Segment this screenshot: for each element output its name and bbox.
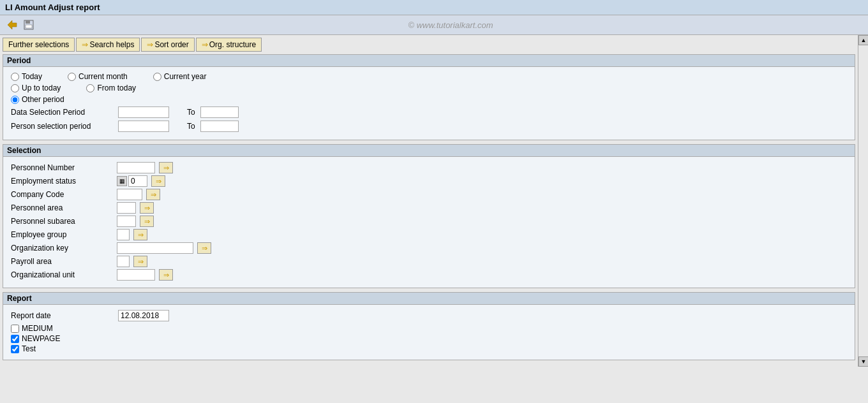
radio-current-month[interactable]: Current month	[68, 72, 128, 81]
svg-rect-3	[26, 25, 32, 28]
data-selection-period-from[interactable]	[118, 106, 169, 118]
svg-rect-2	[26, 20, 30, 24]
payroll-area-row: Payroll area ⇒	[11, 256, 847, 267]
data-selection-to-label: To	[187, 108, 195, 117]
from-today-label: From today	[97, 84, 136, 92]
radio-up-to-today[interactable]: Up to today	[11, 84, 61, 92]
report-content: Report date MEDIUM NEWPAGE Test	[3, 305, 855, 360]
tab-search-helps[interactable]: ⇒ Search helps	[76, 38, 140, 52]
up-to-today-label: Up to today	[22, 84, 61, 92]
page-title: LI Amount Adjust report	[5, 3, 100, 12]
test-label: Test	[22, 344, 36, 353]
organization-key-row: Organization key ⇒	[11, 242, 847, 254]
scroll-up-btn[interactable]: ▲	[858, 35, 868, 45]
company-code-label: Company Code	[11, 190, 113, 199]
employee-group-input[interactable]	[117, 229, 130, 240]
tab-sort-order[interactable]: ⇒ Sort order	[141, 38, 194, 52]
personnel-area-select-btn[interactable]: ⇒	[140, 202, 154, 214]
employee-group-row: Employee group ⇒	[11, 229, 847, 240]
tab-org-structure-label: Org. structure	[209, 40, 256, 49]
test-checkbox[interactable]	[11, 345, 19, 353]
selection-header: Selection	[3, 145, 855, 157]
data-selection-period-label: Data Selection Period	[11, 108, 113, 117]
report-date-input[interactable]	[118, 310, 169, 321]
organizational-unit-label: Organizational unit	[11, 270, 113, 279]
medium-checkbox[interactable]	[11, 325, 19, 333]
other-period-label: Other period	[22, 95, 64, 104]
newpage-checkbox[interactable]	[11, 335, 19, 343]
organization-key-select-btn[interactable]: ⇒	[197, 242, 211, 254]
payroll-area-select-btn[interactable]: ⇒	[133, 256, 147, 267]
company-code-row: Company Code ⇒	[11, 189, 847, 200]
report-date-label: Report date	[11, 311, 113, 320]
person-selection-to-label: To	[187, 122, 195, 131]
period-row-2: Up to today From today	[11, 84, 847, 92]
period-row-1: Today Current month Current year	[11, 72, 847, 81]
personnel-area-row: Personnel area ⇒	[11, 202, 847, 214]
selection-content: Personnel Number ⇒ Employment status ▦ ⇒…	[3, 157, 855, 288]
organization-key-label: Organization key	[11, 244, 113, 253]
scroll-down-btn[interactable]: ▼	[858, 356, 868, 367]
search-helps-arrow-icon: ⇒	[82, 40, 88, 49]
employment-status-container: ▦	[117, 175, 147, 187]
today-label: Today	[22, 72, 42, 81]
scroll-track[interactable]	[858, 45, 868, 356]
scrollbar[interactable]: ▲ ▼	[858, 35, 868, 367]
test-checkbox-row: Test	[11, 344, 847, 353]
company-code-select-btn[interactable]: ⇒	[146, 189, 160, 200]
payroll-area-input[interactable]	[117, 256, 130, 267]
radio-other-period[interactable]: Other period	[11, 95, 64, 104]
medium-label: MEDIUM	[22, 324, 53, 333]
personnel-subarea-row: Personnel subarea ⇒	[11, 216, 847, 227]
organization-key-input[interactable]	[117, 242, 193, 254]
period-section: Period Today Current month Current year	[3, 54, 855, 140]
personnel-number-select-btn[interactable]: ⇒	[159, 162, 173, 173]
medium-checkbox-row: MEDIUM	[11, 324, 847, 333]
organizational-unit-select-btn[interactable]: ⇒	[159, 269, 173, 281]
selection-section: Selection Personnel Number ⇒ Employment …	[3, 144, 855, 288]
navigate-back-icon[interactable]	[5, 18, 19, 32]
personnel-number-label: Personnel Number	[11, 163, 113, 172]
employee-group-label: Employee group	[11, 230, 113, 239]
watermark: © www.tutorialkart.com	[38, 20, 863, 30]
tab-org-structure[interactable]: ⇒ Org. structure	[196, 38, 262, 52]
employment-status-toggle-btn[interactable]: ▦	[117, 176, 127, 186]
newpage-checkbox-row: NEWPAGE	[11, 334, 847, 343]
person-selection-period-label: Person selection period	[11, 122, 113, 131]
personnel-number-input[interactable]	[117, 162, 155, 173]
save-icon[interactable]	[22, 18, 36, 32]
employment-status-select-btn[interactable]: ⇒	[151, 175, 165, 187]
payroll-area-label: Payroll area	[11, 257, 113, 266]
personnel-area-input[interactable]	[117, 202, 136, 214]
personnel-number-row: Personnel Number ⇒	[11, 162, 847, 173]
report-section: Report Report date MEDIUM NEWPAGE Test	[3, 292, 855, 360]
data-selection-period-row: Data Selection Period To	[11, 106, 847, 118]
personnel-subarea-select-btn[interactable]: ⇒	[140, 216, 154, 227]
current-year-label: Current year	[164, 72, 207, 81]
organizational-unit-input[interactable]	[117, 269, 155, 281]
main-content: Further selections ⇒ Search helps ⇒ Sort…	[0, 35, 868, 367]
period-header: Period	[3, 55, 855, 67]
personnel-subarea-input[interactable]	[117, 216, 136, 227]
company-code-input[interactable]	[117, 189, 142, 200]
radio-current-year[interactable]: Current year	[153, 72, 207, 81]
person-selection-period-from[interactable]	[118, 121, 169, 132]
employment-status-input[interactable]	[128, 175, 147, 187]
org-structure-arrow-icon: ⇒	[202, 40, 208, 49]
period-row-3: Other period	[11, 95, 847, 104]
tab-sort-order-label: Sort order	[154, 40, 188, 49]
toolbar: © www.tutorialkart.com	[0, 15, 868, 35]
employment-status-label: Employment status	[11, 177, 113, 186]
person-selection-period-row: Person selection period To	[11, 121, 847, 132]
radio-today[interactable]: Today	[11, 72, 42, 81]
svg-marker-0	[8, 20, 17, 29]
person-selection-period-to[interactable]	[200, 121, 239, 132]
report-date-row: Report date	[11, 310, 847, 321]
radio-from-today[interactable]: From today	[86, 84, 136, 92]
employee-group-select-btn[interactable]: ⇒	[133, 229, 147, 240]
personnel-area-label: Personnel area	[11, 203, 113, 212]
organizational-unit-row: Organizational unit ⇒	[11, 269, 847, 281]
tab-further-selections[interactable]: Further selections	[3, 38, 75, 52]
current-month-label: Current month	[79, 72, 128, 81]
data-selection-period-to[interactable]	[200, 106, 239, 118]
